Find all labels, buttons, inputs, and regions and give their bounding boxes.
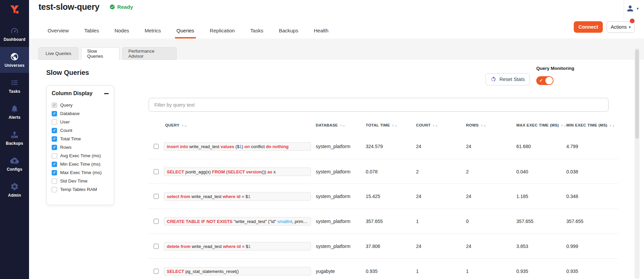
tab-metrics[interactable]: Metrics (137, 23, 169, 38)
gear-icon (10, 182, 19, 191)
column-option-user[interactable]: User (52, 118, 109, 126)
query-text[interactable]: delete from write_read_test where id = $… (164, 242, 311, 250)
query-text[interactable]: select from write_read_test where id = $… (164, 192, 311, 201)
row-checkbox[interactable] (154, 169, 159, 174)
tab-backups[interactable]: Backups (271, 23, 306, 38)
actions-button[interactable]: Actions ▾ (607, 21, 635, 33)
column-option-total-time[interactable]: ✓Total Time (52, 135, 109, 143)
user-menu[interactable]: ▾ (626, 4, 639, 13)
tab-health[interactable]: Health (306, 23, 336, 38)
row-checkbox[interactable] (154, 269, 159, 274)
column-display-title: Column Display (52, 90, 93, 96)
row-checkbox[interactable] (154, 244, 159, 249)
row-checkbox[interactable] (154, 194, 159, 199)
column-option-max-exec-time-ms-[interactable]: ✓Max Exec Time (ms) (52, 168, 109, 177)
tab-nodes[interactable]: Nodes (107, 23, 137, 38)
checkbox-icon[interactable] (52, 178, 57, 184)
column-header-min-exec-time-ms-[interactable]: MIN EXEC TIME (MS)▼▲ (566, 123, 615, 127)
sidebar-item-universes[interactable]: Universes (0, 47, 29, 73)
column-option-temp-tables-ram[interactable]: Temp Tables RAM (52, 185, 109, 194)
checkbox-icon[interactable]: ✓ (52, 136, 57, 142)
check-circle-icon (109, 4, 115, 10)
column-header-query[interactable]: QUERY▼▲ (165, 123, 187, 127)
scrollbar-thumb[interactable] (635, 49, 639, 139)
column-header-label: COUNT (416, 123, 431, 127)
query-monitoring-toggle[interactable]: ✓ (536, 76, 553, 85)
yugabyte-logo-icon (8, 4, 21, 17)
column-option-label: Total Time (60, 136, 81, 141)
cell-total_time: 37.806 (366, 244, 380, 249)
cell-rows: 2 (466, 169, 469, 174)
column-header-label: DATABASE (316, 123, 338, 127)
row-checkbox[interactable] (154, 219, 159, 224)
sidebar-item-label: Alerts (8, 115, 20, 120)
query-text[interactable]: CREATE TABLE IF NOT EXISTS "write_read_t… (164, 217, 311, 226)
column-header-rows[interactable]: ROWS▼▲ (466, 123, 486, 127)
checkbox-icon[interactable] (52, 187, 57, 192)
query-text[interactable]: SELECT pg_stat_statements_reset() (164, 267, 311, 275)
sidebar-item-label: Backups (6, 141, 23, 146)
cell-max_exec: 0.040 (516, 169, 528, 174)
checkbox-icon[interactable]: ✓ (52, 128, 57, 133)
yugabyte-logo[interactable] (0, 3, 29, 18)
scrollbar-track[interactable] (635, 47, 640, 279)
tab-queries[interactable]: Queries (169, 23, 202, 38)
sidebar-item-admin[interactable]: Admin (0, 177, 29, 203)
sidebar-item-tasks[interactable]: Tasks (0, 73, 29, 99)
column-option-label: Query (60, 103, 73, 108)
cell-total_time: 324.579 (366, 144, 383, 149)
column-option-label: Max Exec Time (ms) (60, 170, 102, 175)
cell-total_time: 0.935 (366, 269, 378, 274)
cell-rows: 24 (466, 194, 471, 199)
notification-dot (630, 19, 635, 23)
column-option-min-exec-time-ms-[interactable]: ✓Min Exec Time (ms) (52, 160, 109, 168)
checkbox-icon[interactable]: ✓ (52, 145, 57, 150)
checkbox-icon[interactable] (52, 153, 57, 159)
status-text: Ready (117, 4, 133, 10)
universe-title: test-slow-query (38, 2, 99, 12)
column-option-rows[interactable]: ✓Rows (52, 143, 109, 151)
column-header-database[interactable]: DATABASE▼▲ (316, 123, 345, 127)
tab-overview[interactable]: Overview (40, 23, 77, 38)
collapse-icon[interactable] (104, 93, 109, 94)
row-checkbox[interactable] (154, 144, 159, 149)
sidebar-item-label: Universes (4, 63, 24, 68)
checkbox-icon[interactable]: ✓ (52, 111, 57, 116)
column-option-database[interactable]: ✓Database (52, 109, 109, 118)
actions-label: Actions (611, 24, 627, 30)
column-display-card: Column Display ✓Query✓DatabaseUser✓Count… (46, 85, 114, 205)
tab-replication[interactable]: Replication (202, 23, 242, 38)
dashboard-gauge-icon (10, 26, 19, 35)
sidebar-item-dashboard[interactable]: Dashboard (0, 21, 29, 47)
sidebar-item-label: Configs (7, 167, 22, 172)
column-header-total-time[interactable]: TOTAL TIME▼▲ (366, 123, 398, 127)
tab-tasks[interactable]: Tasks (242, 23, 271, 38)
cell-database: system_platform (316, 144, 351, 149)
column-option-label: Count (60, 128, 72, 133)
column-option-avg-exec-time-ms-[interactable]: Avg Exec Time (ms) (52, 151, 109, 160)
checkbox-icon[interactable]: ✓ (52, 170, 57, 175)
cell-total_time: 357.655 (366, 219, 383, 224)
subtab-performance-advisor[interactable]: Performance Advisor (122, 47, 177, 60)
column-option-count[interactable]: ✓Count (52, 126, 109, 135)
table-row: insert into write_read_test values ($1) … (149, 134, 618, 159)
sidebar-item-alerts[interactable]: Alerts (0, 99, 29, 125)
checkbox-icon[interactable] (52, 119, 57, 125)
tab-tables[interactable]: Tables (77, 23, 107, 38)
reset-stats-button[interactable]: Reset Stats (485, 73, 530, 85)
column-display-header: Column Display (52, 90, 109, 96)
subtab-live-queries[interactable]: Live Queries (38, 47, 78, 60)
cell-count: 1 (416, 219, 419, 224)
query-filter-input[interactable] (149, 98, 609, 112)
connect-button[interactable]: Connect (574, 21, 603, 33)
query-text[interactable]: SELECT jsonb_agg(x) FROM (SELECT version… (164, 167, 311, 176)
sort-icon: ▼▲ (181, 124, 187, 127)
column-header-max-exec-time-ms-[interactable]: MAX EXEC TIME (MS)▼▲ (516, 123, 567, 127)
sidebar-item-backups[interactable]: Backups (0, 125, 29, 151)
query-text[interactable]: insert into write_read_test values ($1) … (164, 142, 311, 151)
sidebar-item-configs[interactable]: Configs (0, 151, 29, 177)
column-option-std-dev-time[interactable]: Std Dev Time (52, 177, 109, 185)
subtab-slow-queries[interactable]: Slow Queries (81, 47, 120, 60)
column-header-count[interactable]: COUNT▼▲ (416, 123, 438, 127)
checkbox-icon[interactable]: ✓ (52, 162, 57, 167)
